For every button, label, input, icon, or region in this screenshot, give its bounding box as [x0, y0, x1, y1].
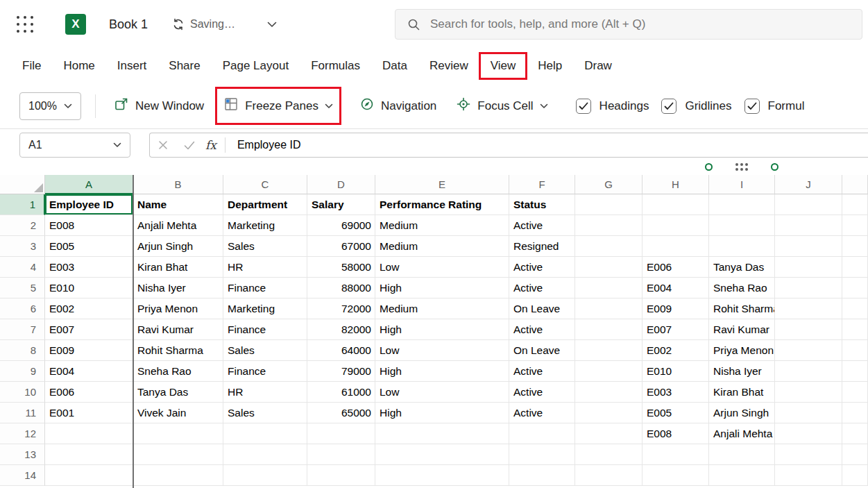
cell-E12[interactable]	[375, 423, 509, 444]
cell-D3[interactable]: 67000	[307, 236, 375, 257]
column-resize-handle-left-icon[interactable]	[705, 163, 713, 171]
cell-partial12[interactable]	[842, 423, 868, 444]
row-header-13[interactable]: 13	[0, 444, 45, 465]
cell-A2[interactable]: E008	[45, 215, 133, 236]
cell-I11[interactable]: Arjun Singh	[709, 403, 775, 423]
cell-C2[interactable]: Marketing	[223, 215, 307, 236]
cell-F1[interactable]: Status	[509, 194, 575, 215]
cell-C8[interactable]: Sales	[223, 340, 307, 361]
cell-D9[interactable]: 79000	[307, 361, 375, 382]
column-resize-handle-right-icon[interactable]	[771, 163, 778, 171]
cell-E5[interactable]: High	[375, 278, 509, 298]
row-header-10[interactable]: 10	[0, 382, 45, 403]
row-header-1[interactable]: 1	[0, 194, 45, 215]
cell-J12[interactable]	[775, 423, 842, 444]
cell-C4[interactable]: HR	[223, 257, 307, 278]
cell-B9[interactable]: Sneha Rao	[133, 361, 223, 382]
cell-F2[interactable]: Active	[509, 215, 575, 236]
row-header-8[interactable]: 8	[0, 340, 45, 361]
cell-partial9[interactable]	[842, 361, 868, 382]
cell-A6[interactable]: E002	[45, 298, 133, 319]
tab-home[interactable]: Home	[52, 53, 105, 79]
focus-cell-button[interactable]: Focus Cell	[452, 91, 552, 121]
cell-G9[interactable]	[575, 361, 643, 382]
cell-A1[interactable]: Employee ID	[45, 194, 133, 215]
cell-H7[interactable]: E007	[643, 319, 709, 340]
cell-D13[interactable]	[307, 444, 375, 465]
cell-B7[interactable]: Ravi Kumar	[133, 319, 223, 340]
cell-partial3[interactable]	[842, 236, 868, 257]
tab-formulas[interactable]: Formulas	[300, 53, 371, 79]
navigation-button[interactable]: Navigation	[355, 91, 441, 121]
cell-A11[interactable]: E001	[45, 403, 133, 423]
cell-E9[interactable]: High	[375, 361, 509, 382]
gridlines-checkbox[interactable]: Gridlines	[661, 99, 731, 114]
cell-E2[interactable]: Medium	[375, 215, 509, 236]
cell-C10[interactable]: HR	[223, 382, 307, 403]
cell-A14[interactable]	[45, 465, 133, 486]
cell-G1[interactable]	[575, 194, 643, 215]
cell-partial1[interactable]	[842, 194, 868, 215]
cell-B6[interactable]: Priya Menon	[133, 298, 223, 319]
cell-C6[interactable]: Marketing	[223, 298, 307, 319]
cell-I12[interactable]: Anjali Mehta	[709, 423, 775, 444]
search-box[interactable]	[395, 9, 862, 40]
column-header-D[interactable]: D	[307, 175, 375, 194]
cell-partial4[interactable]	[842, 257, 868, 278]
cell-G14[interactable]	[575, 465, 643, 486]
tab-file[interactable]: File	[11, 53, 52, 79]
formula-bar-content[interactable]: Employee ID	[237, 139, 301, 151]
row-header-12[interactable]: 12	[0, 423, 45, 444]
formula-bar-checkbox[interactable]: Formul	[744, 99, 805, 114]
cell-G13[interactable]	[575, 444, 643, 465]
cell-B10[interactable]: Tanya Das	[133, 382, 223, 403]
cell-E7[interactable]: High	[375, 319, 509, 340]
title-chevron-down-icon[interactable]	[267, 22, 277, 28]
cell-D2[interactable]: 69000	[307, 215, 375, 236]
cell-A7[interactable]: E007	[45, 319, 133, 340]
cell-J5[interactable]	[775, 278, 842, 298]
cell-F13[interactable]	[509, 444, 575, 465]
cell-G6[interactable]	[575, 298, 643, 319]
cell-B11[interactable]: Vivek Jain	[133, 403, 223, 423]
cell-C13[interactable]	[223, 444, 307, 465]
tab-draw[interactable]: Draw	[573, 53, 623, 79]
tab-data[interactable]: Data	[371, 53, 418, 79]
cell-partial10[interactable]	[842, 382, 868, 403]
cell-D7[interactable]: 82000	[307, 319, 375, 340]
cell-I10[interactable]: Kiran Bhat	[709, 382, 775, 403]
row-header-7[interactable]: 7	[0, 319, 45, 340]
tab-review[interactable]: Review	[418, 53, 479, 79]
cell-G7[interactable]	[575, 319, 643, 340]
cell-E4[interactable]: Low	[375, 257, 509, 278]
cell-C9[interactable]: Finance	[223, 361, 307, 382]
cell-D1[interactable]: Salary	[307, 194, 375, 215]
cell-partial8[interactable]	[842, 340, 868, 361]
cell-G3[interactable]	[575, 236, 643, 257]
cell-H5[interactable]: E004	[643, 278, 709, 298]
tab-insert[interactable]: Insert	[106, 53, 158, 79]
formula-input-area[interactable]: fx Employee ID	[149, 133, 868, 158]
cell-C1[interactable]: Department	[223, 194, 307, 215]
cell-G2[interactable]	[575, 215, 643, 236]
cell-E11[interactable]: High	[375, 403, 509, 423]
cell-C14[interactable]	[223, 465, 307, 486]
name-box[interactable]: A1	[19, 133, 130, 158]
cell-E3[interactable]: Medium	[375, 236, 509, 257]
app-launcher-icon[interactable]	[17, 16, 33, 33]
cell-E1[interactable]: Performance Rating	[375, 194, 509, 215]
cell-B13[interactable]	[133, 444, 223, 465]
cell-H14[interactable]	[643, 465, 709, 486]
column-header-partial[interactable]	[842, 175, 868, 194]
tab-help[interactable]: Help	[527, 53, 573, 79]
cell-D5[interactable]: 88000	[307, 278, 375, 298]
search-input[interactable]	[429, 17, 862, 32]
column-header-E[interactable]: E	[375, 175, 509, 194]
cell-B12[interactable]	[133, 423, 223, 444]
cell-A12[interactable]	[45, 423, 133, 444]
cell-partial13[interactable]	[842, 444, 868, 465]
cell-E14[interactable]	[375, 465, 509, 486]
cell-I6[interactable]: Rohit Sharma	[709, 298, 775, 319]
column-header-G[interactable]: G	[575, 175, 643, 194]
cell-A3[interactable]: E005	[45, 236, 133, 257]
